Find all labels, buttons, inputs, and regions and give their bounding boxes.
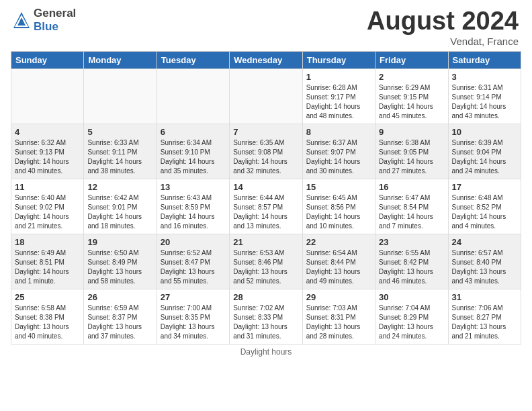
day-info: Sunrise: 6:50 AM Sunset: 8:49 PM Dayligh… <box>87 248 152 286</box>
daylight-note: Daylight hours <box>0 345 532 357</box>
day-number: 18 <box>15 237 80 247</box>
day-number: 27 <box>161 292 226 302</box>
calendar-cell: 29Sunrise: 7:03 AM Sunset: 8:31 PM Dayli… <box>302 289 375 345</box>
calendar-cell: 2Sunrise: 6:29 AM Sunset: 9:15 PM Daylig… <box>375 69 448 124</box>
calendar-cell: 7Sunrise: 6:35 AM Sunset: 9:08 PM Daylig… <box>230 124 302 179</box>
day-number: 14 <box>233 182 298 192</box>
calendar-week-row: 4Sunrise: 6:32 AM Sunset: 9:13 PM Daylig… <box>11 124 521 179</box>
calendar-cell: 17Sunrise: 6:48 AM Sunset: 8:52 PM Dayli… <box>448 179 521 234</box>
calendar-header-row: SundayMondayTuesdayWednesdayThursdayFrid… <box>11 52 521 69</box>
day-number: 1 <box>306 72 371 82</box>
calendar-cell: 20Sunrise: 6:52 AM Sunset: 8:47 PM Dayli… <box>157 234 229 289</box>
col-header-thursday: Thursday <box>302 52 375 69</box>
calendar-cell: 22Sunrise: 6:54 AM Sunset: 8:44 PM Dayli… <box>302 234 375 289</box>
day-info: Sunrise: 6:57 AM Sunset: 8:40 PM Dayligh… <box>452 248 517 286</box>
calendar-cell: 6Sunrise: 6:34 AM Sunset: 9:10 PM Daylig… <box>157 124 229 179</box>
calendar-title: August 2024 <box>367 7 519 36</box>
day-info: Sunrise: 6:40 AM Sunset: 9:02 PM Dayligh… <box>15 193 80 231</box>
day-number: 5 <box>87 127 152 137</box>
calendar-cell: 18Sunrise: 6:49 AM Sunset: 8:51 PM Dayli… <box>11 234 84 289</box>
day-number: 10 <box>452 127 517 137</box>
calendar-cell: 31Sunrise: 7:06 AM Sunset: 8:27 PM Dayli… <box>448 289 521 345</box>
day-info: Sunrise: 7:02 AM Sunset: 8:33 PM Dayligh… <box>233 304 298 341</box>
day-number: 31 <box>452 292 517 302</box>
day-info: Sunrise: 6:37 AM Sunset: 9:07 PM Dayligh… <box>306 138 371 176</box>
calendar-cell: 10Sunrise: 6:39 AM Sunset: 9:04 PM Dayli… <box>448 124 521 179</box>
calendar-week-row: 25Sunrise: 6:58 AM Sunset: 8:38 PM Dayli… <box>11 289 521 345</box>
day-number: 23 <box>379 237 444 247</box>
day-number: 7 <box>233 127 298 137</box>
calendar-cell: 26Sunrise: 6:59 AM Sunset: 8:37 PM Dayli… <box>84 289 157 345</box>
day-info: Sunrise: 6:38 AM Sunset: 9:05 PM Dayligh… <box>379 138 444 176</box>
day-info: Sunrise: 7:04 AM Sunset: 8:29 PM Dayligh… <box>379 304 444 341</box>
calendar-cell: 9Sunrise: 6:38 AM Sunset: 9:05 PM Daylig… <box>375 124 448 179</box>
calendar-cell: 15Sunrise: 6:45 AM Sunset: 8:56 PM Dayli… <box>302 179 375 234</box>
day-info: Sunrise: 6:28 AM Sunset: 9:17 PM Dayligh… <box>306 83 371 121</box>
day-number: 15 <box>306 182 371 192</box>
logo: General Blue <box>11 7 76 33</box>
calendar-cell: 30Sunrise: 7:04 AM Sunset: 8:29 PM Dayli… <box>375 289 448 345</box>
calendar-cell: 5Sunrise: 6:33 AM Sunset: 9:11 PM Daylig… <box>84 124 157 179</box>
col-header-wednesday: Wednesday <box>230 52 302 69</box>
day-info: Sunrise: 6:58 AM Sunset: 8:38 PM Dayligh… <box>15 304 80 341</box>
day-number: 24 <box>452 237 517 247</box>
calendar-wrapper: SundayMondayTuesdayWednesdayThursdayFrid… <box>0 51 532 345</box>
col-header-friday: Friday <box>375 52 448 69</box>
day-info: Sunrise: 6:52 AM Sunset: 8:47 PM Dayligh… <box>161 248 226 286</box>
calendar-cell: 21Sunrise: 6:53 AM Sunset: 8:46 PM Dayli… <box>230 234 302 289</box>
day-info: Sunrise: 6:33 AM Sunset: 9:11 PM Dayligh… <box>87 138 152 176</box>
day-info: Sunrise: 6:44 AM Sunset: 8:57 PM Dayligh… <box>233 193 298 231</box>
logo-icon <box>11 9 32 31</box>
day-info: Sunrise: 6:35 AM Sunset: 9:08 PM Dayligh… <box>233 138 298 176</box>
calendar-cell <box>11 69 84 124</box>
calendar-cell: 16Sunrise: 6:47 AM Sunset: 8:54 PM Dayli… <box>375 179 448 234</box>
day-info: Sunrise: 6:47 AM Sunset: 8:54 PM Dayligh… <box>379 193 444 231</box>
day-number: 19 <box>87 237 152 247</box>
calendar-week-row: 18Sunrise: 6:49 AM Sunset: 8:51 PM Dayli… <box>11 234 521 289</box>
calendar-cell <box>84 69 157 124</box>
calendar-cell: 8Sunrise: 6:37 AM Sunset: 9:07 PM Daylig… <box>302 124 375 179</box>
col-header-saturday: Saturday <box>448 52 521 69</box>
day-info: Sunrise: 6:42 AM Sunset: 9:01 PM Dayligh… <box>87 193 152 231</box>
col-header-monday: Monday <box>84 52 157 69</box>
day-number: 3 <box>452 72 517 82</box>
day-number: 20 <box>161 237 226 247</box>
calendar-cell: 3Sunrise: 6:31 AM Sunset: 9:14 PM Daylig… <box>448 69 521 124</box>
calendar-cell <box>157 69 229 124</box>
day-number: 13 <box>161 182 226 192</box>
calendar-cell: 24Sunrise: 6:57 AM Sunset: 8:40 PM Dayli… <box>448 234 521 289</box>
day-number: 16 <box>379 182 444 192</box>
header: General Blue August 2024 Vendat, France <box>0 0 532 51</box>
day-number: 12 <box>87 182 152 192</box>
day-number: 8 <box>306 127 371 137</box>
calendar-cell: 11Sunrise: 6:40 AM Sunset: 9:02 PM Dayli… <box>11 179 84 234</box>
day-info: Sunrise: 6:54 AM Sunset: 8:44 PM Dayligh… <box>306 248 371 286</box>
day-number: 25 <box>15 292 80 302</box>
day-info: Sunrise: 6:39 AM Sunset: 9:04 PM Dayligh… <box>452 138 517 176</box>
day-info: Sunrise: 6:43 AM Sunset: 8:59 PM Dayligh… <box>161 193 226 231</box>
calendar-cell <box>230 69 302 124</box>
calendar-table: SundayMondayTuesdayWednesdayThursdayFrid… <box>11 51 521 345</box>
day-info: Sunrise: 7:00 AM Sunset: 8:35 PM Dayligh… <box>161 304 226 341</box>
day-number: 29 <box>306 292 371 302</box>
day-number: 22 <box>306 237 371 247</box>
calendar-cell: 25Sunrise: 6:58 AM Sunset: 8:38 PM Dayli… <box>11 289 84 345</box>
calendar-cell: 12Sunrise: 6:42 AM Sunset: 9:01 PM Dayli… <box>84 179 157 234</box>
day-info: Sunrise: 6:48 AM Sunset: 8:52 PM Dayligh… <box>452 193 517 231</box>
day-info: Sunrise: 6:49 AM Sunset: 8:51 PM Dayligh… <box>15 248 80 286</box>
day-info: Sunrise: 6:59 AM Sunset: 8:37 PM Dayligh… <box>87 304 152 341</box>
col-header-sunday: Sunday <box>11 52 84 69</box>
calendar-week-row: 11Sunrise: 6:40 AM Sunset: 9:02 PM Dayli… <box>11 179 521 234</box>
day-info: Sunrise: 7:03 AM Sunset: 8:31 PM Dayligh… <box>306 304 371 341</box>
logo-blue: Blue <box>34 20 76 34</box>
col-header-tuesday: Tuesday <box>157 52 229 69</box>
day-number: 6 <box>161 127 226 137</box>
calendar-cell: 23Sunrise: 6:55 AM Sunset: 8:42 PM Dayli… <box>375 234 448 289</box>
day-info: Sunrise: 6:45 AM Sunset: 8:56 PM Dayligh… <box>306 193 371 231</box>
day-number: 9 <box>379 127 444 137</box>
day-info: Sunrise: 6:55 AM Sunset: 8:42 PM Dayligh… <box>379 248 444 286</box>
day-number: 4 <box>15 127 80 137</box>
calendar-cell: 28Sunrise: 7:02 AM Sunset: 8:33 PM Dayli… <box>230 289 302 345</box>
logo-general: General <box>34 7 76 20</box>
day-info: Sunrise: 6:31 AM Sunset: 9:14 PM Dayligh… <box>452 83 517 121</box>
